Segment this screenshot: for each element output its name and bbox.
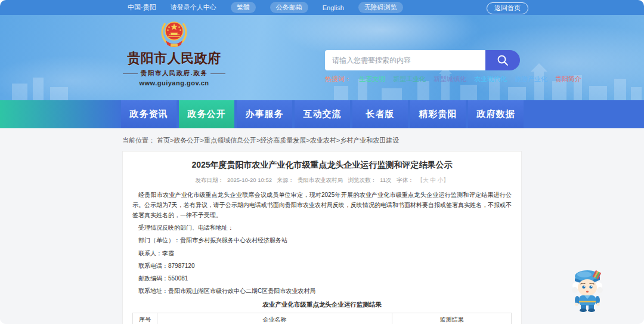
content-area: 2025年度贵阳市农业产业化市级重点龙头企业运行监测和评定结果公示 发布日期：2… <box>0 151 644 324</box>
topbar-item-traditional-chinese[interactable]: 繁體 <box>231 2 256 13</box>
col-header-no: 序号 <box>133 313 157 324</box>
article-title: 2025年度贵阳市农业产业化市级重点龙头企业运行监测和评定结果公示 <box>132 159 512 171</box>
site-logo[interactable]: 贵阳市人民政府 贵阳市人民政府.政务 www.guiyang.gov.cn <box>123 19 225 87</box>
search-block: 热搜词： 生态文明 新型工业化 新型城镇化 农业现代化 旅游产业化 贵阳简介 <box>325 50 520 84</box>
nav-item-gov-data[interactable]: 政府数据 <box>468 100 524 128</box>
hot-word-agriculture[interactable]: 农业现代化 <box>474 75 507 84</box>
topbar-item-official-mail[interactable]: 公务邮箱 <box>270 2 308 13</box>
topbar-item-china-guiyang[interactable]: 中国·贵阳 <box>128 3 156 12</box>
nav-item-news[interactable]: 政务资讯 <box>121 100 177 128</box>
hot-word-tourism[interactable]: 旅游产业化 <box>515 75 547 84</box>
views: 11次 <box>380 177 391 183</box>
article-paragraph-department: 部门（单位）：贵阳市乡村振兴服务中心农村经济服务站 <box>132 235 512 245</box>
topbar-item-english[interactable]: English <box>323 4 344 11</box>
monitoring-result-table: 序号 企业名称 监测结果 1 贵州合力超市采购有限公司 合格 2 贵州友禾种业有… <box>132 313 512 324</box>
hot-word-eco[interactable]: 生态文明 <box>359 75 385 84</box>
article-paragraph-contact-person: 联系人：李霞 <box>132 248 512 258</box>
result-table-caption: 农业产业化市级重点龙头企业运行监测结果 <box>132 301 512 309</box>
main-nav: 政务资讯 政务公开 办事服务 互动交流 长者版 精彩贵阳 政府数据 <box>0 100 644 128</box>
topbar-item-login-personal-center[interactable]: 请登录个人中心 <box>171 3 216 12</box>
nav-item-gov-disclosure[interactable]: 政务公开 <box>179 100 234 128</box>
publish-date-label: 发布日期： <box>195 177 224 183</box>
divider-line <box>210 73 225 74</box>
font-size-label: 字体： <box>397 177 414 183</box>
source: 贵阳市农业农村局 <box>298 177 343 183</box>
breadcrumb-path[interactable]: 首页>政务公开>重点领域信息公开>经济高质量发展>农业农村>乡村产业和农田建设 <box>157 137 399 144</box>
article-card: 2025年度贵阳市农业产业化市级重点龙头企业运行监测和评定结果公示 发布日期：2… <box>122 151 522 324</box>
col-header-company: 企业名称 <box>157 313 392 324</box>
nav-item-senior-version[interactable]: 长者版 <box>352 100 408 128</box>
article-body: 经贵阳市农业产业化市级重点龙头企业联席会议成员单位审定，现对2025年开展的农业… <box>132 190 512 297</box>
nav-item-interaction[interactable]: 互动交流 <box>295 100 350 128</box>
hot-search-label: 热搜词： <box>325 75 351 84</box>
hot-search-words: 热搜词： 生态文明 新型工业化 新型城镇化 农业现代化 旅游产业化 贵阳简介 <box>325 75 520 84</box>
divider-line <box>123 73 138 74</box>
site-subtitle: 贵阳市人民政府.政务 <box>123 69 225 78</box>
article-paragraph-postcode: 邮政编码：550081 <box>132 273 512 283</box>
search-icon <box>496 54 509 67</box>
topbar-item-accessibility[interactable]: 无障碍浏览 <box>358 2 403 13</box>
font-size-options[interactable]: 【大 中 小】 <box>417 177 449 183</box>
return-home-button[interactable]: 返回首页 <box>487 2 528 14</box>
article-meta: 发布日期：2025-10-20 10:52 来源：贵阳市农业农村局 浏览次数：1… <box>132 177 512 184</box>
source-label: 来源： <box>277 177 295 183</box>
topbar-links: 中国·贵阳 请登录个人中心 繁體 公务邮箱 English 无障碍浏览 <box>128 2 403 13</box>
search-input[interactable] <box>325 50 485 70</box>
nav-item-services[interactable]: 办事服务 <box>237 100 292 128</box>
views-label: 浏览次数： <box>348 177 377 183</box>
national-emblem-icon <box>160 19 188 49</box>
search-bar <box>325 50 520 70</box>
breadcrumb: 当前位置： 首页>政务公开>重点领域信息公开>经济高质量发展>农业农村>乡村产业… <box>0 128 644 151</box>
publish-date: 2025-10-20 10:52 <box>227 177 272 183</box>
hot-word-intro[interactable]: 贵阳简介 <box>555 75 581 84</box>
site-header: 贵阳市人民政府 贵阳市人民政府.政务 www.guiyang.gov.cn <box>0 15 644 100</box>
search-button[interactable] <box>485 50 520 70</box>
article-paragraph: 受理情况反映的部门、电话和地址： <box>132 223 512 233</box>
article-paragraph: 经贵阳市农业产业化市级重点龙头企业联席会议成员单位审定，现对2025年开展的农业… <box>132 190 512 221</box>
article-paragraph-address: 联系地址：贵阳市观山湖区市级行政中心二期C区贵阳市农业农村局 <box>132 286 512 296</box>
table-header-row: 序号 企业名称 监测结果 <box>133 313 512 324</box>
breadcrumb-label: 当前位置： <box>122 137 155 144</box>
nav-item-wonderful-guiyang[interactable]: 精彩贵阳 <box>410 100 466 128</box>
article-paragraph-phone: 联系电话：87987120 <box>132 261 512 271</box>
site-title: 贵阳市人民政府 <box>123 50 225 67</box>
city-skyline-decoration <box>0 63 644 100</box>
main-nav-items: 政务资讯 政务公开 办事服务 互动交流 长者版 精彩贵阳 政府数据 <box>121 100 644 128</box>
page: 中国·贵阳 请登录个人中心 繁體 公务邮箱 English 无障碍浏览 返回首页 <box>0 0 644 324</box>
hot-word-industry[interactable]: 新型工业化 <box>393 75 426 84</box>
hot-word-urbanization[interactable]: 新型城镇化 <box>434 75 466 84</box>
col-header-result: 监测结果 <box>392 313 511 324</box>
mascot-icon[interactable] <box>569 269 607 313</box>
topbar: 中国·贵阳 请登录个人中心 繁體 公务邮箱 English 无障碍浏览 返回首页 <box>0 0 644 15</box>
site-url: www.guiyang.gov.cn <box>123 79 225 87</box>
